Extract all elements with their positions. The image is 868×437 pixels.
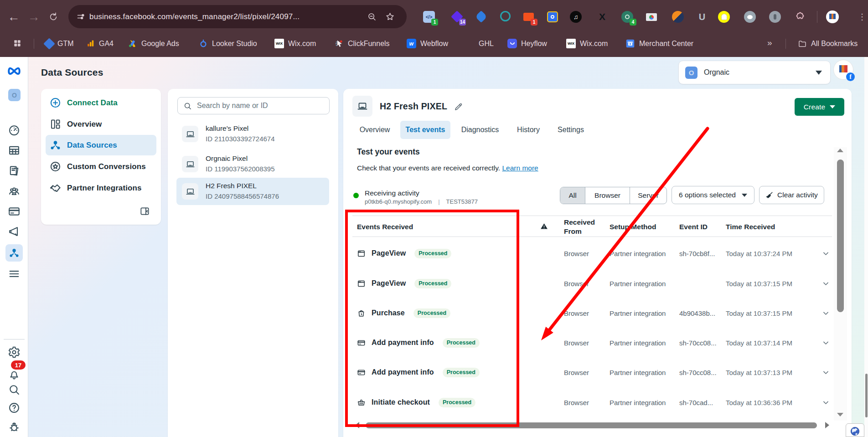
scroll-up-arrow[interactable]	[837, 149, 843, 152]
profile-avatar[interactable]	[826, 10, 839, 23]
search-placeholder: Search by name or ID	[197, 102, 268, 110]
all-bookmarks[interactable]: All Bookmarks	[798, 30, 858, 57]
expand-chevron-icon[interactable]	[822, 274, 830, 293]
pixel-header-icon	[352, 96, 372, 117]
expand-chevron-icon[interactable]	[822, 363, 830, 381]
rail-overview-icon[interactable]	[8, 123, 21, 136]
tab-overview[interactable]: Overview	[360, 121, 389, 139]
rail-menu-icon[interactable]	[8, 267, 21, 280]
rail-data-sources-selected[interactable]	[5, 244, 23, 262]
nav-custom-conversions[interactable]: Custom Conversions	[46, 156, 156, 177]
expand-chevron-icon[interactable]	[822, 334, 830, 352]
bookmarks-overflow-chevron[interactable]: »	[767, 38, 772, 48]
rail-ads-icon[interactable]	[8, 225, 21, 238]
rail-table-icon[interactable]	[8, 144, 21, 157]
url-text[interactable]: business.facebook.com/events_manager2/li…	[89, 12, 300, 21]
rail-notifications-icon[interactable]	[8, 368, 21, 380]
learn-more-link[interactable]: Learn more	[502, 164, 538, 172]
url-bar[interactable]: business.facebook.com/events_manager2/li…	[68, 5, 407, 28]
clear-activity-button[interactable]: Clear activity	[759, 186, 824, 204]
bookmark-star-icon[interactable]	[385, 12, 395, 21]
forward-icon[interactable]: →	[26, 10, 41, 24]
zoom-icon[interactable]	[367, 12, 377, 21]
extension-swirl[interactable]	[672, 11, 684, 23]
search-input[interactable]: Search by name or ID	[177, 97, 330, 114]
pixel-item-orgnaic[interactable]: Orgnaic Pixel ID 1199037562008395	[176, 150, 329, 178]
tab-history[interactable]: History	[517, 121, 539, 139]
extension-pin[interactable]	[769, 11, 781, 23]
tab-test-events[interactable]: Test events	[405, 121, 446, 139]
bookmark-wix[interactable]: WIXWix.com	[274, 30, 316, 57]
bookmark-wix-2[interactable]: WIXWix.com	[566, 30, 608, 57]
business-selector[interactable]: O Orgnaic	[678, 61, 831, 84]
bookmark-looker-studio[interactable]: Looker Studio	[199, 30, 257, 57]
bookmark-gtm[interactable]: GTM	[45, 30, 74, 57]
broom-icon	[765, 191, 774, 200]
extensions-puzzle-icon[interactable]	[794, 11, 806, 23]
scroll-down-arrow[interactable]	[837, 413, 843, 416]
bookmark-merchant-center[interactable]: Merchant Center	[625, 30, 693, 57]
extension-snapchat[interactable]	[718, 11, 730, 23]
business-avatar[interactable]: O	[8, 89, 21, 101]
apps-grid-icon[interactable]	[13, 39, 22, 48]
col-setup-method: Setup Method	[610, 223, 656, 231]
back-icon[interactable]: ←	[6, 10, 21, 24]
star-circle-icon	[49, 160, 62, 173]
bookmark-ga4[interactable]: GA4	[86, 30, 114, 57]
receiving-status-dot	[353, 193, 359, 198]
bookmark-heyflow[interactable]: Heyflow	[507, 30, 547, 57]
rail-help-icon[interactable]	[8, 401, 21, 414]
tab-settings[interactable]: Settings	[558, 121, 584, 139]
nav-connect-data[interactable]: Connect Data	[46, 93, 156, 113]
bookmark-google-ads[interactable]: Google Ads	[128, 30, 179, 57]
rail-audiences-icon[interactable]	[8, 185, 21, 198]
expand-chevron-icon[interactable]	[822, 304, 830, 322]
segment-browser[interactable]: Browser	[585, 187, 630, 204]
extension-pixel-helper[interactable]: 14	[451, 11, 463, 23]
extension-u[interactable]: U	[696, 11, 708, 23]
options-dropdown[interactable]: 6 options selected	[672, 186, 754, 204]
expand-chevron-icon[interactable]	[822, 244, 830, 262]
rail-billing-icon[interactable]	[8, 205, 21, 218]
filter-segmented-control: All Browser Server	[560, 187, 667, 204]
rail-bug-icon[interactable]	[8, 421, 21, 434]
rail-search-icon[interactable]	[8, 383, 21, 396]
pixel-item-kallure[interactable]: kallure's Pixel ID 2110303392724674	[176, 120, 329, 148]
tab-diagnostics[interactable]: Diagnostics	[462, 121, 498, 139]
edit-pencil-icon[interactable]	[454, 102, 463, 112]
segment-all[interactable]: All	[560, 187, 585, 204]
extension-tag[interactable]	[475, 11, 487, 23]
bookmark-ghl[interactable]: GHL	[479, 30, 494, 57]
vertical-scroll-thumb[interactable]	[837, 159, 844, 312]
extension-frame[interactable]	[547, 11, 558, 23]
extension-lens[interactable]	[500, 11, 512, 23]
nav-data-sources[interactable]: Data Sources	[46, 135, 156, 155]
bookmark-clickfunnels[interactable]: ClickFunnels	[335, 30, 390, 57]
extension-green[interactable]: 4	[621, 11, 633, 23]
extension-x[interactable]: X	[596, 11, 608, 23]
segment-server[interactable]: Server	[630, 187, 666, 204]
menu-dots-icon[interactable]: ⋮	[856, 11, 868, 23]
globe-popup[interactable]	[846, 423, 864, 437]
extension-folder[interactable]	[646, 11, 657, 23]
meta-logo[interactable]	[7, 66, 21, 77]
reload-icon[interactable]	[48, 12, 58, 22]
extension-code[interactable]: </>1	[423, 11, 435, 23]
col-event-id: Event ID	[679, 223, 708, 231]
expand-chevron-icon[interactable]	[822, 393, 830, 411]
bookmark-webflow[interactable]: wWebflow	[407, 30, 448, 57]
create-button[interactable]: Create	[795, 98, 844, 116]
receiving-activity-label: Receiving activity	[365, 189, 419, 197]
rail-pages-icon[interactable]	[8, 165, 21, 177]
extension-music[interactable]: ♫	[570, 11, 582, 23]
nav-partner-integrations[interactable]: Partner Integrations	[46, 178, 156, 198]
site-info-icon[interactable]	[76, 12, 86, 21]
page-scroll-thumb[interactable]	[865, 374, 868, 417]
extension-reddit[interactable]	[744, 11, 756, 23]
scroll-right-arrow[interactable]	[825, 422, 829, 428]
nav-overview[interactable]: Overview	[46, 114, 156, 134]
extension-mail[interactable]: 1	[522, 11, 534, 23]
collapse-sidebar-icon[interactable]	[140, 206, 150, 216]
pixel-item-h2-fresh-selected[interactable]: H2 Fresh PIXEL ID 24097588456574876	[176, 178, 329, 205]
rail-settings-icon[interactable]	[8, 346, 21, 359]
